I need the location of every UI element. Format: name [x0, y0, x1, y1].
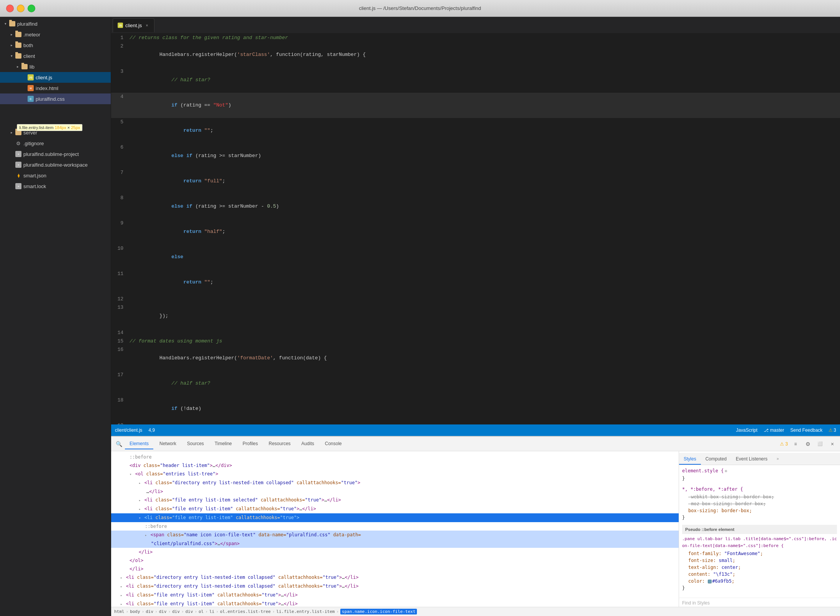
line-num-4: 4 — [111, 93, 130, 101]
code-line-4: 4 if (rating == "Not") — [111, 93, 840, 118]
styles-content: element.style { + } *, *:before, *:after… — [679, 465, 840, 598]
devtools-toggle-console-icon[interactable]: ≡ — [791, 439, 800, 449]
style-add-btn-element[interactable]: + — [724, 468, 727, 475]
devtools-dock-icon[interactable]: ⬜ — [815, 439, 825, 449]
html-line-li-selected[interactable]: ▸ <li class="file entry list-item select… — [111, 496, 679, 505]
find-in-styles[interactable]: Find in Styles — [679, 598, 840, 607]
style-prop-text-align: text-align: center; — [682, 564, 837, 571]
html-line-before2[interactable]: ::before — [111, 522, 679, 531]
style-rule-element-header: element.style { + — [682, 467, 837, 475]
tab-close-clientjs[interactable]: × — [144, 23, 149, 28]
file-tree: pluralfind .meteor both client — [0, 17, 111, 193]
tree-arrow-lib[interactable] — [15, 64, 20, 69]
status-left: client/client.js 4,9 — [115, 428, 155, 433]
breadcrumb-div4[interactable]: div — [185, 609, 193, 614]
breadcrumb-span-selected[interactable]: span.name.icon.icon-file-text — [340, 609, 417, 614]
html-line-li-file1[interactable]: ▸ <li class="file entry list-item" calla… — [111, 505, 679, 513]
tree-root-pluralfind[interactable]: pluralfind — [0, 18, 111, 29]
devtools-body: ::before <div class="header list-item">…… — [111, 451, 840, 607]
html-line-li-file3[interactable]: ▸ <li class="file entry list-item" calla… — [111, 600, 679, 607]
tree-arrow-root[interactable] — [3, 21, 8, 26]
tree-item-sublimeproject[interactable]: ≡ pluralfind.sublime-project — [0, 149, 111, 159]
tree-item-pluralfindcss[interactable]: C pluralfind.css — [0, 93, 111, 104]
styles-tab-event-listeners[interactable]: Event Listeners — [731, 454, 772, 465]
html-line-ol-close[interactable]: </ol> — [111, 556, 679, 565]
html-line-li-close2[interactable]: </li> — [111, 565, 679, 573]
devtools-close-icon[interactable]: × — [828, 439, 837, 449]
html-line-li-dir-col3[interactable]: ▸ <li class="directory entry list-nested… — [111, 582, 679, 591]
style-prop-color-val: color: #6a9fb5; — [688, 578, 734, 585]
tree-arrow-client[interactable] — [9, 54, 14, 58]
tree-arrow-both[interactable] — [9, 43, 14, 48]
html-panel[interactable]: ::before <div class="header list-item">…… — [111, 451, 679, 607]
devtools-tab-console[interactable]: Console — [320, 439, 346, 449]
window-controls[interactable] — [6, 5, 35, 12]
code-line-19: 19 return ""; — [111, 421, 840, 424]
devtools-search-icon[interactable]: 🔍 — [114, 439, 123, 449]
tree-item-sublimeworkspace[interactable]: ≡ pluralfind.sublime-workspace — [0, 159, 111, 170]
devtools-tab-sources[interactable]: Sources — [182, 439, 208, 449]
devtools-tab-timeline[interactable]: Timeline — [210, 439, 236, 449]
devtools-tab-elements[interactable]: Elements — [125, 439, 153, 449]
tree-arrow-server[interactable] — [9, 130, 14, 135]
breadcrumb-li-file[interactable]: li.file.entry.list-item — [276, 609, 335, 614]
devtools-settings-icon[interactable]: ⚙ — [803, 439, 812, 449]
tree-item-both[interactable]: both — [0, 40, 111, 51]
breadcrumb-ol-entries[interactable]: ol.entries.list-tree — [220, 609, 271, 614]
style-selector-pseudo: .pane ul.tab-bar li.tab .title[data-name… — [682, 536, 837, 549]
html-line-li-close1[interactable]: </li> — [111, 548, 679, 556]
breadcrumb-div3[interactable]: div — [172, 609, 180, 614]
style-rule-pseudo-header: .pane ul.tab-bar li.tab .title[data-name… — [682, 536, 837, 550]
maximize-button[interactable] — [28, 5, 35, 12]
breadcrumb-ol[interactable]: ol — [199, 609, 203, 614]
html-line-li-file2[interactable]: ▸ <li class="file entry list-item" calla… — [111, 591, 679, 600]
tree-item-lib[interactable]: lib — [0, 61, 111, 72]
html-line-span-open[interactable]: ▸ <span class="name icon icon-file-text"… — [111, 531, 679, 539]
html-line-span-path[interactable]: "client/pluralfind.css">…</span> — [111, 539, 679, 548]
style-prop-webkit-box: -webkit-box-sizing: border-box; — [682, 493, 837, 500]
devtools-tab-profiles[interactable]: Profiles — [238, 439, 262, 449]
minimize-button[interactable] — [17, 5, 25, 12]
style-rule-universal: *, *:before, *:after { -webkit-box-sizin… — [682, 486, 837, 521]
breadcrumb-li1[interactable]: li — [209, 609, 214, 614]
html-line-before1[interactable]: ::before — [111, 453, 679, 461]
html-line-li-closed1[interactable]: …</li> — [111, 487, 679, 496]
tree-item-indexhtml[interactable]: H index.html — [0, 83, 111, 93]
html-line-header-div[interactable]: <div class="header list-item">…</div> — [111, 461, 679, 470]
html-line-ol-entries[interactable]: ▾ <ol class="entries list-tree"> — [111, 470, 679, 478]
line-content-4: if (rating == "Not") — [130, 93, 840, 118]
tree-item-meteor[interactable]: .meteor — [0, 29, 111, 40]
folder-icon-lib — [21, 64, 28, 69]
close-button[interactable] — [6, 5, 14, 12]
styles-tab-computed[interactable]: Computed — [701, 454, 731, 465]
code-line-1: 1 // returns class for the given rating … — [111, 34, 840, 42]
tree-item-smartjson[interactable]: ⧫ smart.json — [0, 170, 111, 181]
html-line-li-file-selected[interactable]: ▾ <li class="file entry list-item" calla… — [111, 513, 679, 522]
tree-item-gitignore[interactable]: ⚙ .gitignore — [0, 138, 111, 149]
status-feedback[interactable]: Send Feedback — [790, 428, 822, 433]
folder-icon-both — [15, 43, 21, 48]
tree-item-client[interactable]: client — [0, 51, 111, 61]
line-num-11: 11 — [111, 270, 130, 278]
html-line-li-dir-col2[interactable]: ▸ <li class="directory entry list-nested… — [111, 573, 679, 582]
breadcrumb-html[interactable]: html — [114, 609, 125, 614]
breadcrumb-body[interactable]: body — [130, 609, 140, 614]
tooltip-height: 25px — [71, 125, 80, 130]
line-content-17: // half star? — [130, 371, 840, 396]
tree-item-smartlock[interactable]: ≡ smart.lock — [0, 181, 111, 192]
tree-item-clientjs[interactable]: JS client.js — [0, 72, 111, 83]
html-line-li-dir-collapsed1[interactable]: ▸ <li class="directory entry list-nested… — [111, 478, 679, 487]
devtools-tab-network[interactable]: Network — [155, 439, 181, 449]
devtools-tab-audits[interactable]: Audits — [297, 439, 318, 449]
styles-tab-styles[interactable]: Styles — [679, 454, 701, 465]
color-swatch-6a9fb5[interactable] — [708, 580, 712, 583]
tab-clientjs[interactable]: JS client.js × — [113, 18, 154, 32]
devtools-tab-resources[interactable]: Resources — [264, 439, 295, 449]
window-title: client.js — /Users/Stefan/Documents/Proj… — [359, 5, 481, 11]
breadcrumb-div2[interactable]: div — [159, 609, 167, 614]
styles-tab-more[interactable]: » — [772, 454, 784, 465]
line-content-11: return ""; — [130, 270, 840, 295]
line-num-15: 15 — [111, 337, 130, 346]
breadcrumb-div1[interactable]: div — [146, 609, 153, 614]
tree-arrow-meteor[interactable] — [9, 32, 14, 37]
